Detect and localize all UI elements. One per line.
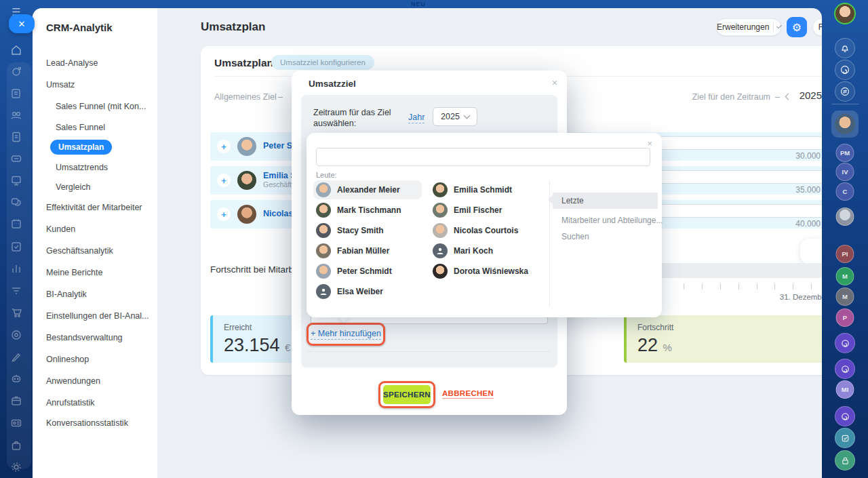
target-icon[interactable] (0, 327, 33, 343)
sidebar-item-sales-funnel-kon[interactable]: Sales Funnel (mit Kon... (56, 102, 146, 111)
sidebar-item-effektivitaet[interactable]: Effektivität der Mitarbeiter (46, 203, 142, 212)
user-initials-pm[interactable]: PM (836, 144, 854, 162)
chats-icon[interactable] (0, 194, 33, 210)
person-item[interactable]: Emil Fischer (430, 201, 538, 220)
person-item[interactable]: Fabian Müller (313, 241, 422, 260)
feedback-button[interactable]: Feedback (812, 18, 822, 36)
add-more-link[interactable]: + Mehr hinzufügen (311, 329, 381, 340)
save-button[interactable]: SPEICHERN (383, 385, 431, 404)
user-initials-mi[interactable]: MI (836, 380, 854, 399)
tasks-check-icon[interactable] (835, 428, 855, 448)
tab-mitarbeiter[interactable]: Mitarbeiter und Abteilunge... (561, 216, 667, 225)
funnel-icon[interactable] (0, 283, 33, 299)
pen-icon[interactable] (0, 348, 33, 365)
app-spiral-icon-2[interactable] (835, 359, 855, 379)
sidebar-item-onlineshop[interactable]: Onlineshop (46, 355, 89, 364)
user-initials-pi[interactable]: PI (836, 245, 854, 263)
extensions-button[interactable]: Erweiterungen (716, 18, 781, 36)
calendar-icon[interactable] (0, 216, 33, 232)
app-spiral-icon-1[interactable] (835, 333, 855, 353)
person-item[interactable]: Alexander Meier (313, 180, 422, 199)
modal-close-icon[interactable]: × (552, 77, 557, 88)
people-search-input[interactable] (316, 148, 650, 166)
chat-sync-icon[interactable] (835, 81, 855, 102)
add-plan-icon[interactable]: + (217, 174, 231, 187)
avatar (316, 264, 331, 279)
settings-icon[interactable] (0, 459, 33, 475)
sidebar-item-bi-einstellungen[interactable]: Einstellungen der BI-Anal... (46, 311, 149, 321)
person-item[interactable]: Mari Koch (430, 241, 538, 260)
lock-icon[interactable] (835, 450, 855, 471)
home-icon[interactable] (0, 42, 33, 58)
bot-icon[interactable] (0, 370, 33, 386)
user-initials-m-gray[interactable]: M (836, 287, 854, 306)
user-initials-c[interactable]: C (836, 182, 854, 201)
person-item[interactable]: Mark Tischmann (313, 201, 422, 220)
cat-avatar[interactable] (836, 207, 854, 226)
user-initials-iv[interactable]: IV (836, 163, 854, 181)
avatar (316, 203, 331, 218)
sidebar-item-meine-berichte[interactable]: Meine Berichte (46, 268, 102, 277)
person-item[interactable]: Dorota Wiśniewska (430, 262, 538, 281)
today-badge: TE mber (800, 239, 822, 264)
sidebar-item-umsatztrends[interactable]: Umsatztrends (56, 163, 108, 172)
add-plan-icon[interactable]: + (217, 140, 231, 153)
currency-unit: € (285, 342, 290, 353)
sidebar-item-anrufstatistik[interactable]: Anrufstatistik (46, 398, 95, 407)
users-icon[interactable] (0, 107, 33, 123)
user-avatar[interactable] (835, 114, 855, 134)
sidebar-item-kunden[interactable]: Kunden (46, 224, 75, 234)
sidebar-item-umsatzplan-active[interactable]: Umsatzplan (50, 140, 112, 155)
chevron-left-icon[interactable] (785, 94, 792, 100)
end-date-label: 31. Dezember (780, 293, 822, 301)
badge-icon[interactable] (0, 415, 33, 431)
add-plan-icon[interactable]: + (217, 207, 231, 221)
news-icon[interactable] (0, 85, 33, 102)
period-label: Ziel für den Zeitraum (692, 92, 770, 102)
file-icon[interactable] (0, 129, 33, 145)
settings-gear-button[interactable]: ⚙ (787, 17, 807, 37)
chevron-down-icon (776, 24, 782, 29)
tab-suchen[interactable]: Suchen (561, 232, 667, 241)
sidebar-item-vergleich[interactable]: Vergleich (56, 182, 90, 192)
period-type-link[interactable]: Jahr (408, 113, 425, 123)
sidebar-item-umsatz[interactable]: Umsatz (46, 80, 75, 89)
person-item[interactable]: Emilia Schmidt (430, 180, 538, 199)
tab-letzte[interactable]: Letzte (553, 193, 658, 209)
sidebar-item-lead-analyse[interactable]: Lead-Analyse (46, 58, 98, 68)
user-initials-p[interactable]: P (836, 308, 854, 327)
avatar (316, 223, 331, 238)
sidebar-item-bestandsverwaltung[interactable]: Bestandsverwaltung (46, 333, 123, 342)
person-item[interactable]: Elsa Weiber (313, 282, 422, 301)
notifications-bell-icon[interactable] (835, 38, 855, 58)
popup-close-icon[interactable]: × (647, 138, 652, 148)
sidebar-item-anwendungen[interactable]: Anwendungen (46, 376, 100, 386)
close-panel-button[interactable]: ✕ (9, 14, 35, 33)
box-icon[interactable] (0, 393, 33, 409)
card-title: Umsatzplan (214, 57, 273, 69)
app-spiral-icon-3[interactable] (835, 406, 855, 426)
presentation-icon[interactable] (0, 172, 33, 188)
chart-icon[interactable] (0, 260, 33, 277)
year-select[interactable]: 2025 (433, 107, 477, 126)
goal-amount-value: 35.000 € (795, 185, 822, 195)
person-item[interactable]: Stacy Smith (313, 221, 422, 240)
user-initials-m-green[interactable]: M (836, 267, 854, 285)
sidebar-item-geschaeftsanalytik[interactable]: Geschäftsanalytik (46, 246, 113, 256)
drive-icon[interactable] (0, 151, 33, 167)
cancel-button[interactable]: ABBRECHEN (442, 389, 494, 399)
configure-goal-badge[interactable]: Umsatzziel konfigurieren (271, 55, 374, 70)
cart-icon[interactable] (0, 304, 33, 321)
brand-spiral-icon[interactable] (835, 60, 855, 80)
person-item[interactable]: Peter Schmidt (313, 262, 422, 281)
person-item[interactable]: Nicolas Courtois (430, 221, 538, 240)
sidebar: CRM-Analytik Lead-Analyse Umsatz Sales F… (33, 8, 157, 478)
profile-avatar[interactable] (834, 3, 856, 24)
sidebar-item-sales-funnel[interactable]: Sales Funnel (56, 123, 105, 132)
goal-amount-value: 40.000 € (795, 219, 822, 228)
orbit-icon[interactable] (0, 64, 33, 80)
bag-icon[interactable] (0, 437, 33, 454)
tasks-icon[interactable] (0, 239, 33, 255)
sidebar-item-konversationsstatistik[interactable]: Konversationsstatistik (46, 418, 128, 428)
sidebar-item-bi-analytik[interactable]: BI-Analytik (46, 290, 87, 299)
